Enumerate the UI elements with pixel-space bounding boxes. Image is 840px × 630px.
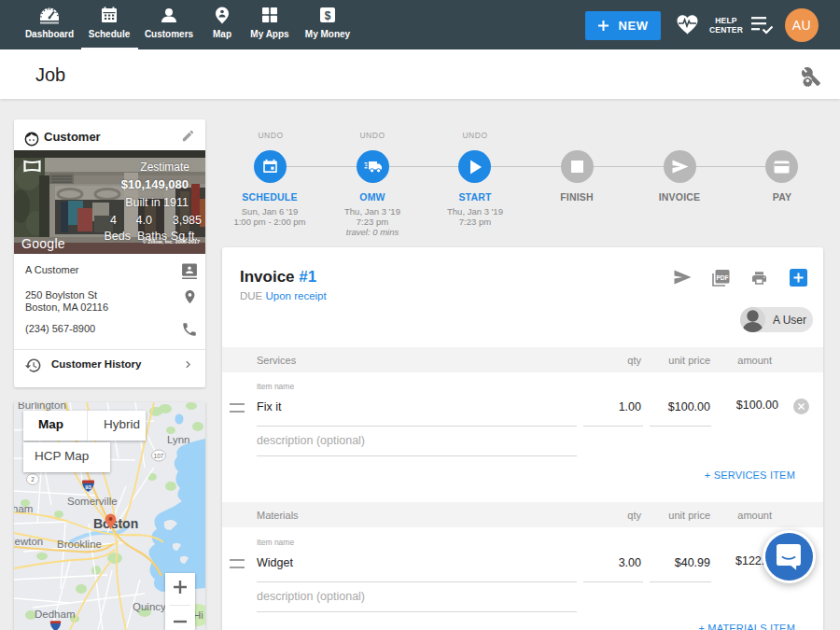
svg-text:93: 93 bbox=[85, 484, 91, 490]
svg-text:2: 2 bbox=[31, 476, 35, 483]
svg-text:PDF: PDF bbox=[717, 274, 729, 281]
svg-text:$: $ bbox=[325, 9, 331, 22]
svg-text:107: 107 bbox=[154, 453, 164, 459]
